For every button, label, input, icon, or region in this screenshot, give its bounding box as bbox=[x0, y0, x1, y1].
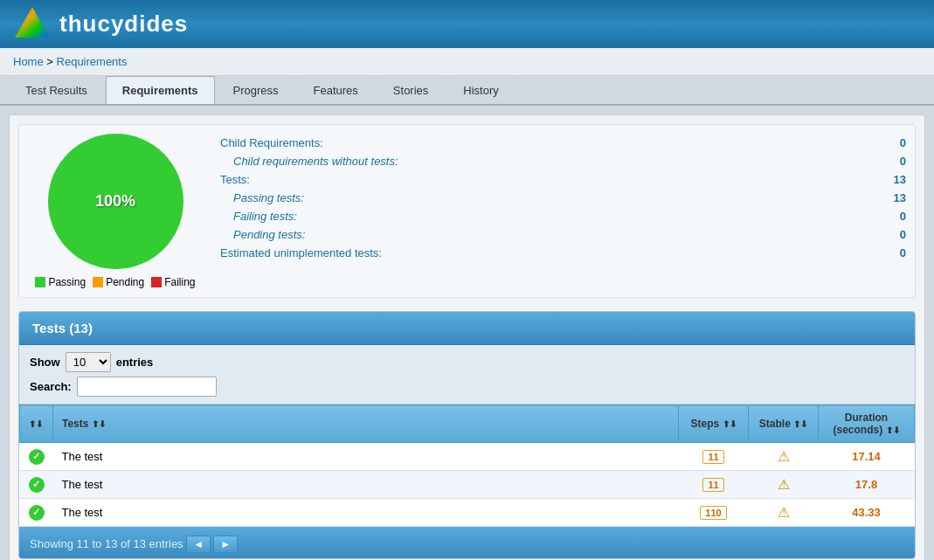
legend-passing: Passing bbox=[35, 276, 86, 288]
stats-table: Child Requirements: 0 Child requirements… bbox=[220, 134, 906, 262]
duration-cell: 17.8 bbox=[819, 471, 915, 499]
tab-features[interactable]: Features bbox=[297, 76, 375, 104]
pie-chart-container: 100% Passing Pending Failing bbox=[28, 134, 203, 288]
estimated-label: Estimated unimplemented tests: bbox=[220, 246, 382, 259]
steps-badge: 11 bbox=[702, 478, 723, 492]
pie-label: 100% bbox=[95, 192, 135, 211]
stats-estimated: Estimated unimplemented tests: 0 bbox=[220, 244, 906, 262]
col-tests[interactable]: Tests ⬆⬇ bbox=[53, 405, 679, 443]
tab-test-results[interactable]: Test Results bbox=[9, 76, 104, 104]
pagination: ◄ ► bbox=[186, 536, 238, 553]
passing-tests-value: 13 bbox=[871, 191, 906, 204]
pie-legend: Passing Pending Failing bbox=[35, 276, 195, 288]
nav-tabs: Test Results Requirements Progress Featu… bbox=[0, 76, 934, 106]
svg-marker-1 bbox=[18, 11, 46, 36]
stable-cell: ⚠ bbox=[749, 471, 819, 499]
table-row[interactable]: The test11⚠17.8 bbox=[20, 471, 915, 499]
search-row: Search: bbox=[30, 377, 904, 397]
col-status[interactable]: ⬆⬇ bbox=[20, 405, 53, 443]
duration-cell: 43.33 bbox=[819, 499, 915, 527]
tab-requirements[interactable]: Requirements bbox=[106, 76, 215, 104]
entries-label: entries bbox=[116, 356, 154, 369]
tab-progress[interactable]: Progress bbox=[217, 76, 295, 104]
passing-tests-label: Passing tests: bbox=[220, 191, 304, 204]
app-header: thucydides bbox=[0, 0, 934, 48]
legend-failing: Failing bbox=[151, 276, 195, 288]
passing-label: Passing bbox=[48, 276, 86, 288]
stats-tests: Tests: 13 bbox=[220, 170, 906, 189]
failing-tests-value: 0 bbox=[871, 210, 906, 223]
entries-select[interactable]: 10 25 50 100 bbox=[66, 352, 111, 372]
duration-cell: 17.14 bbox=[819, 443, 915, 471]
stable-icon: ⚠ bbox=[778, 449, 790, 464]
show-label: Show bbox=[30, 356, 60, 369]
child-no-tests-value: 0 bbox=[871, 155, 906, 168]
stats-passing: Passing tests: 13 bbox=[220, 189, 906, 207]
table-footer: Showing 11 to 13 of 13 entries ◄ ► bbox=[19, 527, 915, 558]
tests-value: 13 bbox=[871, 173, 906, 186]
stats-child-req: Child Requirements: 0 bbox=[220, 134, 906, 152]
col-stable[interactable]: Stable ⬆⬇ bbox=[749, 405, 819, 443]
stats-child-no-tests: Child requirements without tests: 0 bbox=[220, 152, 906, 170]
status-cell bbox=[20, 471, 53, 499]
tests-label: Tests: bbox=[220, 173, 250, 186]
stats-failing: Failing tests: 0 bbox=[220, 207, 906, 225]
tests-section: Tests (13) Show 10 25 50 100 entries Sea… bbox=[18, 311, 916, 559]
showing-text: Showing 11 to 13 of 13 entries bbox=[30, 537, 183, 550]
pass-icon bbox=[29, 449, 45, 465]
pie-chart: 100% bbox=[48, 134, 183, 269]
tests-header-label: Tests (13) bbox=[32, 321, 93, 335]
pass-icon bbox=[29, 477, 45, 493]
stable-cell: ⚠ bbox=[749, 499, 819, 527]
tab-history[interactable]: History bbox=[446, 76, 515, 104]
breadcrumb-separator: > bbox=[46, 55, 53, 68]
breadcrumb-home[interactable]: Home bbox=[13, 55, 44, 68]
child-req-value: 0 bbox=[871, 136, 906, 149]
col-duration[interactable]: Duration(seconds) ⬆⬇ bbox=[819, 405, 915, 443]
table-row[interactable]: The test110⚠43.33 bbox=[20, 499, 915, 527]
tests-controls: Show 10 25 50 100 entries Search: bbox=[19, 345, 915, 404]
legend-pending: Pending bbox=[93, 276, 144, 288]
data-table: ⬆⬇ Tests ⬆⬇ Steps ⬆⬇ Stable ⬆⬇ Duration(… bbox=[19, 404, 915, 527]
show-entries-row: Show 10 25 50 100 entries bbox=[30, 352, 904, 372]
test-name-cell[interactable]: The test bbox=[53, 471, 679, 499]
steps-badge: 110 bbox=[700, 506, 726, 520]
search-input[interactable] bbox=[77, 377, 217, 397]
pending-dot bbox=[93, 277, 103, 287]
pending-label: Pending bbox=[106, 276, 144, 288]
stable-icon: ⚠ bbox=[778, 477, 790, 492]
tab-stories[interactable]: Stories bbox=[377, 76, 445, 104]
tests-header: Tests (13) bbox=[19, 312, 915, 345]
failing-tests-label: Failing tests: bbox=[220, 210, 297, 223]
child-no-tests-label: Child requirements without tests: bbox=[220, 155, 398, 168]
breadcrumb-current[interactable]: Requirements bbox=[57, 55, 128, 68]
test-name-cell[interactable]: The test bbox=[53, 443, 679, 471]
prev-page-button[interactable]: ◄ bbox=[186, 536, 211, 553]
passing-dot bbox=[35, 277, 45, 287]
duration-value: 17.8 bbox=[855, 478, 877, 491]
test-name-cell[interactable]: The test bbox=[53, 499, 679, 527]
search-label: Search: bbox=[30, 380, 72, 393]
steps-cell: 11 bbox=[679, 471, 749, 499]
pass-icon bbox=[29, 505, 45, 521]
next-page-button[interactable]: ► bbox=[213, 536, 238, 553]
logo-text: thucydides bbox=[59, 10, 188, 38]
main-content: 100% Passing Pending Failing Child R bbox=[9, 114, 925, 560]
failing-label: Failing bbox=[164, 276, 195, 288]
stats-pending: Pending tests: 0 bbox=[220, 225, 906, 244]
child-req-label: Child Requirements: bbox=[220, 136, 323, 149]
table-row[interactable]: The test11⚠17.14 bbox=[20, 443, 915, 471]
steps-badge: 11 bbox=[702, 450, 723, 464]
duration-value: 17.14 bbox=[852, 450, 881, 463]
duration-value: 43.33 bbox=[852, 506, 881, 519]
table-header-row: ⬆⬇ Tests ⬆⬇ Steps ⬆⬇ Stable ⬆⬇ Duration(… bbox=[20, 405, 915, 443]
steps-cell: 11 bbox=[679, 443, 749, 471]
status-cell bbox=[20, 499, 53, 527]
col-steps[interactable]: Steps ⬆⬇ bbox=[679, 405, 749, 443]
breadcrumb: Home > Requirements bbox=[0, 48, 934, 76]
pending-tests-label: Pending tests: bbox=[220, 228, 305, 241]
estimated-value: 0 bbox=[871, 246, 906, 259]
stats-panel: 100% Passing Pending Failing Child R bbox=[18, 124, 916, 298]
stable-cell: ⚠ bbox=[749, 443, 819, 471]
status-cell bbox=[20, 443, 53, 471]
